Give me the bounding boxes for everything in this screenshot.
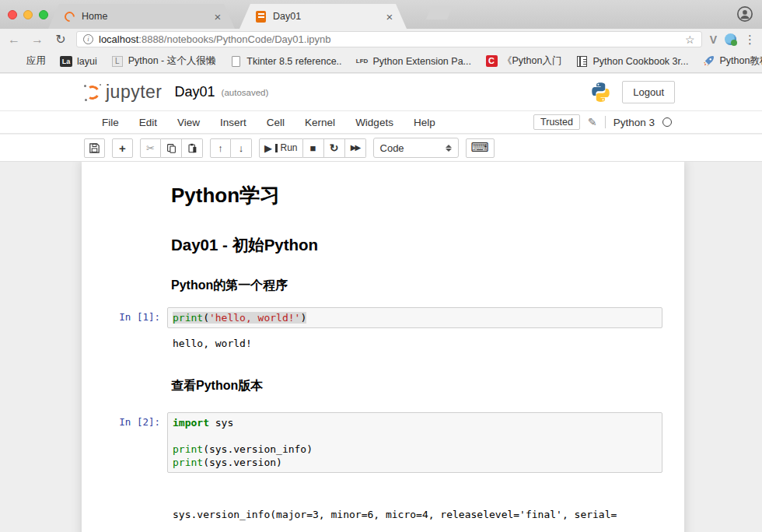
bookmark-python-tutorial[interactable]: Python教程 bbox=[702, 54, 762, 68]
bookmarks-bar: 应用 La layui L Python - 这个人很懒 Tkinter 8.5… bbox=[0, 50, 762, 73]
csdn-favicon-icon: C bbox=[485, 55, 498, 68]
plus-icon: + bbox=[119, 142, 126, 154]
trusted-badge[interactable]: Trusted bbox=[533, 114, 580, 130]
url-text: localhost:8888/notebooks/PythonCode/Day0… bbox=[99, 33, 331, 45]
save-button[interactable] bbox=[84, 138, 105, 158]
page-info-icon[interactable]: i bbox=[83, 34, 93, 44]
markdown-cell-first-program[interactable]: Python的第一个程序 bbox=[82, 267, 684, 303]
browser-menu-icon[interactable]: ⋮ bbox=[744, 33, 756, 47]
page-icon bbox=[229, 55, 242, 68]
window-controls bbox=[8, 10, 48, 19]
copy-icon bbox=[166, 143, 177, 153]
menu-help[interactable]: Help bbox=[404, 117, 446, 128]
heading-day01: Day01 - 初始Python bbox=[171, 234, 662, 256]
address-bar-row: ← → ↻ i localhost:8888/notebooks/PythonC… bbox=[0, 29, 762, 50]
extension-globe-icon[interactable] bbox=[725, 33, 736, 45]
edit-title-pencil-icon[interactable]: ✎ bbox=[588, 116, 597, 128]
jupyter-planet-icon bbox=[84, 84, 101, 101]
python-logo-icon bbox=[590, 82, 611, 103]
run-icon: ▶ bbox=[264, 143, 272, 153]
extension-v-icon[interactable]: V bbox=[710, 33, 717, 46]
menu-file[interactable]: File bbox=[92, 117, 129, 128]
back-button[interactable]: ← bbox=[6, 33, 22, 47]
jupyter-logo[interactable]: jupyter bbox=[84, 82, 163, 103]
markdown-cell-day01[interactable]: Day01 - 初始Python bbox=[82, 222, 684, 267]
url-field[interactable]: i localhost:8888/notebooks/PythonCode/Da… bbox=[76, 31, 702, 47]
forward-button[interactable]: → bbox=[30, 33, 45, 47]
tab-label: Home bbox=[82, 11, 211, 22]
code-input[interactable]: import sys print(sys.version_info)print(… bbox=[167, 412, 662, 473]
interrupt-kernel-button[interactable]: ■ bbox=[303, 138, 324, 158]
reload-button[interactable]: ↻ bbox=[53, 32, 68, 47]
notebook-container: Python学习 Day01 - 初始Python Python的第一个程序 I… bbox=[82, 162, 684, 532]
add-cell-button[interactable]: + bbox=[112, 138, 133, 158]
bookmark-apps[interactable]: 应用 bbox=[9, 54, 46, 68]
window-minimize-button[interactable] bbox=[23, 10, 33, 19]
menu-widgets[interactable]: Widgets bbox=[345, 117, 404, 128]
copy-cell-button[interactable] bbox=[161, 138, 182, 158]
logout-button[interactable]: Logout bbox=[622, 81, 675, 103]
profile-icon[interactable] bbox=[737, 6, 753, 22]
menu-kernel[interactable]: Kernel bbox=[295, 117, 345, 128]
keyboard-icon: ⌨ bbox=[471, 142, 489, 154]
command-palette-button[interactable]: ⌨ bbox=[466, 138, 495, 158]
arrow-down-icon: ↓ bbox=[239, 143, 244, 153]
new-tab-button[interactable] bbox=[426, 6, 453, 19]
stop-icon: ■ bbox=[310, 143, 316, 153]
restart-run-all-button[interactable]: ▶▶ bbox=[345, 138, 366, 158]
output-text: sys.version_info(major=3, minor=6, micro… bbox=[167, 478, 662, 532]
code-cell-1[interactable]: In [1]: print('hello, world!') bbox=[82, 303, 684, 332]
tab-home[interactable]: Home × bbox=[48, 4, 235, 29]
tab-strip: Home × Day01 × bbox=[0, 0, 762, 29]
heading-python-study: Python学习 bbox=[171, 182, 662, 209]
heading-first-program: Python的第一个程序 bbox=[171, 278, 662, 294]
jupyter-favicon-icon bbox=[64, 11, 75, 23]
input-prompt: In [2]: bbox=[82, 412, 167, 473]
bookmark-star-icon[interactable]: ☆ bbox=[685, 33, 695, 46]
l-favicon-icon: L bbox=[111, 55, 124, 68]
autosave-status: (autosaved) bbox=[222, 88, 269, 97]
apps-grid-icon bbox=[9, 55, 22, 68]
browser-window: Home × Day01 × ← → ↻ i localhost:8888/no… bbox=[0, 0, 762, 532]
code-cell-2[interactable]: In [2]: import sys print(sys.version_inf… bbox=[82, 408, 684, 477]
bookmark-python-intro[interactable]: C 《Python入门 bbox=[485, 54, 561, 68]
layui-favicon-icon: La bbox=[60, 55, 72, 68]
menu-edit[interactable]: Edit bbox=[129, 117, 167, 128]
output-cell-1: hello, world! bbox=[82, 332, 684, 358]
restart-icon: ↻ bbox=[330, 142, 339, 153]
bookmark-tkinter-reference[interactable]: Tkinter 8.5 reference.. bbox=[229, 55, 341, 68]
bookmark-python-extension[interactable]: LFD Python Extension Pa... bbox=[356, 55, 471, 68]
bookmark-python-cookbook[interactable]: Python Cookbook 3r... bbox=[575, 55, 688, 68]
select-carets-icon bbox=[446, 145, 452, 152]
cut-cell-button[interactable]: ✂ bbox=[140, 138, 161, 158]
book-favicon-icon bbox=[575, 55, 588, 68]
menu-cell[interactable]: Cell bbox=[257, 117, 295, 128]
tab-label: Day01 bbox=[273, 11, 383, 22]
restart-kernel-button[interactable]: ↻ bbox=[324, 138, 345, 158]
bookmark-python-blog[interactable]: L Python - 这个人很懒 bbox=[111, 54, 216, 68]
output-cell-2: sys.version_info(major=3, minor=6, micro… bbox=[82, 477, 684, 532]
tab-close-icon[interactable]: × bbox=[383, 10, 396, 23]
markdown-cell-title[interactable]: Python学习 bbox=[82, 171, 684, 222]
notebook-favicon-icon bbox=[255, 11, 267, 23]
code-input[interactable]: print('hello, world!') bbox=[167, 307, 662, 328]
run-cell-button[interactable]: ▶ Run bbox=[259, 138, 303, 158]
divider bbox=[605, 116, 606, 128]
kernel-name: Python 3 bbox=[613, 117, 655, 128]
move-cell-down-button[interactable]: ↓ bbox=[231, 138, 252, 158]
menu-view[interactable]: View bbox=[167, 117, 210, 128]
paste-cell-button[interactable] bbox=[182, 138, 203, 158]
cell-type-dropdown[interactable]: Code bbox=[373, 138, 459, 158]
bookmark-layui[interactable]: La layui bbox=[60, 55, 97, 68]
markdown-cell-version[interactable]: 查看Python版本 bbox=[82, 358, 684, 404]
tab-close-icon[interactable]: × bbox=[211, 10, 224, 23]
jupyter-menubar: File Edit View Insert Cell Kernel Widget… bbox=[0, 110, 762, 134]
move-cell-up-button[interactable]: ↑ bbox=[210, 138, 231, 158]
notebook-title[interactable]: Day01 bbox=[175, 84, 215, 100]
notebook-area: Python学习 Day01 - 初始Python Python的第一个程序 I… bbox=[0, 162, 762, 532]
tab-day01[interactable]: Day01 × bbox=[239, 4, 407, 29]
kernel-idle-indicator-icon bbox=[662, 117, 672, 127]
window-close-button[interactable] bbox=[8, 10, 17, 19]
menu-insert[interactable]: Insert bbox=[210, 117, 257, 128]
window-zoom-button[interactable] bbox=[39, 10, 48, 19]
